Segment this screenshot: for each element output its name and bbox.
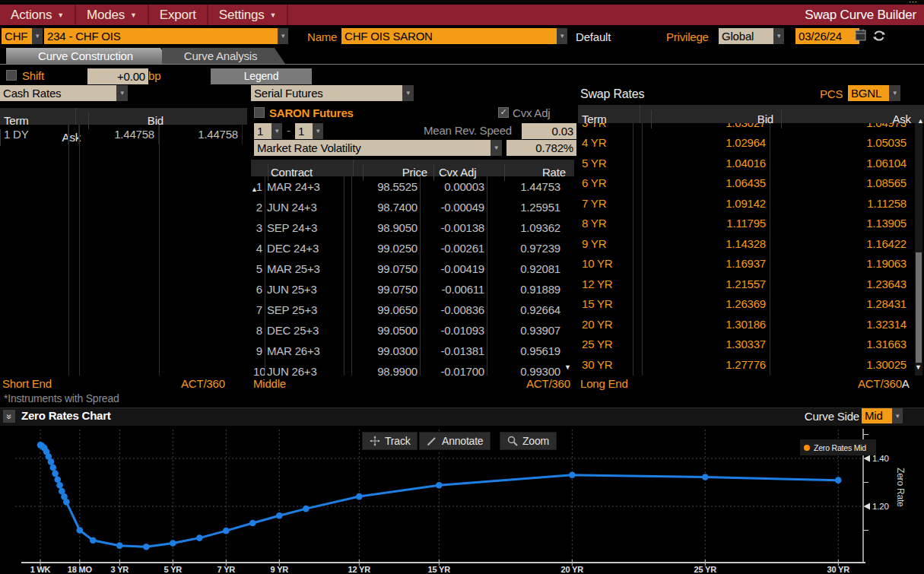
zero-rate-point[interactable] bbox=[702, 474, 709, 480]
swap-rate-row[interactable]: 8 YR1.117951.13905 bbox=[578, 214, 915, 234]
range-from-dropdown-icon[interactable]: ▼ bbox=[271, 123, 282, 139]
annotate-button[interactable]: Annotate bbox=[419, 432, 491, 450]
futures-contract-row[interactable]: 9MAR 26+399.0300-0.013810.95619 bbox=[251, 341, 574, 361]
swap-rate-row[interactable]: 6 YR1.064351.08565 bbox=[578, 173, 915, 194]
zero-rate-point[interactable] bbox=[276, 512, 283, 519]
swap-term: 4 YR bbox=[578, 133, 633, 154]
curve-name-dropdown-icon[interactable]: ▼ bbox=[557, 28, 567, 44]
swap-term: 9 YR bbox=[578, 234, 633, 255]
zero-rate-point[interactable] bbox=[835, 477, 842, 484]
zero-rate-point[interactable] bbox=[569, 471, 576, 478]
serial-futures-dropdown-icon[interactable]: ▼ bbox=[402, 85, 414, 101]
collapse-chevrons-icon[interactable]: » bbox=[3, 410, 15, 423]
swap-rate-row[interactable]: 15 YR1.263691.28431 bbox=[578, 294, 915, 315]
zero-rate-point[interactable] bbox=[90, 537, 97, 544]
saron-futures-checkbox[interactable] bbox=[254, 107, 265, 118]
curve-id-dropdown-icon[interactable]: ▼ bbox=[278, 28, 288, 44]
futures-price: 99.0750 bbox=[351, 258, 420, 279]
zero-rate-point[interactable] bbox=[48, 458, 55, 465]
futures-contract-row[interactable]: 6JUN 25+399.0750-0.006110.91889 bbox=[251, 279, 574, 300]
zero-rate-point[interactable] bbox=[249, 520, 256, 527]
zero-rate-point[interactable] bbox=[50, 465, 57, 471]
swap-scrollbar-thumb[interactable] bbox=[916, 252, 922, 363]
curve-name-field[interactable]: CHF OIS SARON bbox=[341, 28, 561, 44]
swap-term: 15 YR bbox=[578, 294, 633, 315]
zero-rate-point[interactable] bbox=[56, 482, 63, 489]
shift-checkbox[interactable] bbox=[6, 70, 17, 81]
curve-side-dropdown-icon[interactable]: ▼ bbox=[892, 408, 903, 423]
swap-scrollbar-track[interactable] bbox=[915, 123, 922, 376]
serial-futures-select[interactable]: Serial Futures bbox=[251, 85, 408, 101]
track-button[interactable]: Track bbox=[362, 432, 418, 450]
pencil-icon bbox=[427, 436, 437, 446]
cash-rates-dropdown-icon[interactable]: ▼ bbox=[116, 85, 128, 101]
cvx-adj-checkbox[interactable]: ✓ bbox=[498, 107, 509, 118]
shift-value-input[interactable]: +0.00 bbox=[87, 68, 148, 84]
zero-rate-point[interactable] bbox=[196, 534, 203, 541]
range-to-dropdown-icon[interactable]: ▼ bbox=[313, 123, 323, 139]
zero-rate-point[interactable] bbox=[54, 476, 61, 483]
volatility-value[interactable]: 0.782% bbox=[506, 140, 576, 156]
futures-contract-row[interactable]: 3SEP 24+398.9050-0.001381.09362 bbox=[251, 217, 574, 238]
futures-row-number: 9 bbox=[251, 341, 265, 361]
x-tick-label: 9 YR bbox=[271, 565, 289, 574]
futures-contract-row[interactable]: 10JUN 26+398.9900-0.017000.99300 bbox=[251, 361, 574, 376]
default-button[interactable]: Default bbox=[576, 30, 611, 43]
menu-actions[interactable]: Actions ▼ bbox=[0, 5, 76, 25]
date-field[interactable]: 03/26/24 bbox=[795, 28, 859, 44]
privilege-dropdown-icon[interactable]: ▼ bbox=[773, 28, 784, 44]
mean-rev-speed-input[interactable]: 0.03 bbox=[522, 123, 576, 139]
x-tick-label: 20 YR bbox=[561, 565, 584, 574]
zero-rate-point[interactable] bbox=[143, 544, 150, 550]
swap-rate-row[interactable]: 30 YR1.277761.30025 bbox=[578, 355, 915, 376]
swap-rate-row[interactable]: 9 YR1.143281.16422 bbox=[578, 234, 915, 255]
menu-settings[interactable]: Settings ▼ bbox=[208, 5, 289, 25]
futures-contract-row[interactable]: 2JUN 24+398.7400-0.000491.25951 bbox=[251, 197, 574, 217]
zero-rate-point[interactable] bbox=[223, 528, 230, 534]
zero-rate-point[interactable] bbox=[170, 540, 176, 547]
futures-contract-row[interactable]: 5MAR 25+399.0750-0.004190.92081 bbox=[251, 258, 574, 279]
currency-dropdown-icon[interactable]: ▼ bbox=[32, 28, 43, 44]
menu-modes[interactable]: Modes ▼ bbox=[76, 5, 149, 25]
volatility-dropdown-icon[interactable]: ▼ bbox=[491, 140, 502, 156]
swap-rate-row[interactable]: 3 YR1.030271.04973 bbox=[578, 123, 915, 133]
zero-rate-point[interactable] bbox=[436, 482, 443, 489]
menu-export[interactable]: Export bbox=[149, 5, 208, 25]
futures-contract-row[interactable]: 7SEP 25+399.0650-0.008360.92664 bbox=[251, 300, 574, 320]
calendar-icon[interactable] bbox=[855, 29, 866, 45]
privilege-select[interactable]: Global bbox=[719, 28, 778, 44]
futures-scroll-down-icon[interactable]: ▼ bbox=[564, 363, 571, 371]
legend-button[interactable]: Legend bbox=[211, 68, 312, 84]
pcs-select[interactable]: BGNL bbox=[848, 85, 894, 101]
swap-rate-row[interactable]: 20 YR1.301861.32314 bbox=[578, 315, 915, 335]
pcs-dropdown-icon[interactable]: ▼ bbox=[889, 85, 900, 101]
swap-rate-row[interactable]: 12 YR1.215571.23643 bbox=[578, 274, 915, 295]
swap-rate-row[interactable]: 7 YR1.091421.11258 bbox=[578, 194, 915, 214]
curve-id-field[interactable]: 234 - CHF OIS bbox=[44, 28, 282, 44]
zero-rate-point[interactable] bbox=[116, 542, 123, 549]
swap-scroll-down-icon[interactable]: ▼ bbox=[915, 363, 922, 371]
swap-rate-row[interactable]: 25 YR1.303371.31663 bbox=[578, 335, 915, 355]
volatility-select[interactable]: Market Rate Volatility bbox=[254, 140, 496, 156]
tab-curve-construction[interactable]: Curve Construction bbox=[6, 48, 171, 64]
zero-rate-point[interactable] bbox=[356, 493, 363, 500]
swap-rate-row[interactable]: 10 YR1.169371.19063 bbox=[578, 254, 915, 274]
x-tick-label: 1 WK bbox=[30, 565, 51, 574]
tab-curve-analysis[interactable]: Curve Analysis bbox=[162, 48, 285, 64]
futures-contract-row[interactable]: 1MAR 24+398.55250.000031.44753 bbox=[251, 176, 574, 197]
refresh-icon[interactable] bbox=[872, 28, 887, 46]
futures-contract: MAR 25+3 bbox=[265, 258, 344, 279]
zoom-button[interactable]: Zoom bbox=[500, 432, 557, 450]
zero-rate-point[interactable] bbox=[63, 499, 70, 506]
futures-contract-row[interactable]: 8DEC 25+399.0500-0.010930.93907 bbox=[251, 320, 574, 341]
name-label: Name bbox=[307, 30, 337, 43]
futures-contract-row[interactable]: 4DEC 24+399.0250-0.002610.97239 bbox=[251, 238, 574, 258]
zero-rate-point[interactable] bbox=[77, 527, 84, 534]
swap-rate-row[interactable]: 5 YR1.040161.06104 bbox=[578, 154, 915, 174]
cash-rate-row[interactable]: 1 DY1.447581.44758 bbox=[0, 125, 247, 144]
futures-contract: MAR 24+3 bbox=[265, 176, 344, 197]
swap-rate-row[interactable]: 4 YR1.029641.05035 bbox=[578, 133, 915, 154]
zero-rate-point[interactable] bbox=[52, 471, 59, 477]
zero-rate-point[interactable] bbox=[303, 506, 310, 512]
cash-rates-select[interactable]: Cash Rates bbox=[0, 85, 122, 101]
